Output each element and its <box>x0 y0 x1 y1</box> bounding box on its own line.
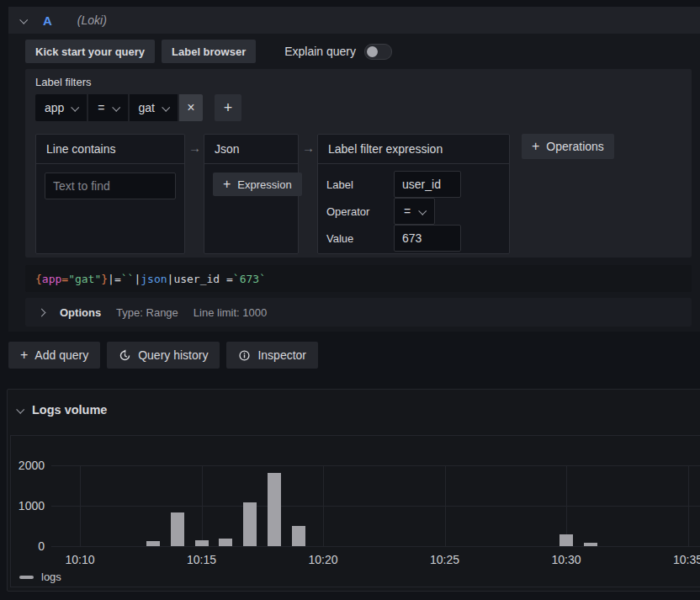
query-toolbar: Kick start your query Label browser Expl… <box>25 40 692 63</box>
x-tick-label: 10:25 <box>411 553 479 566</box>
plus-icon: + <box>532 139 539 154</box>
grid-line-v <box>445 465 446 546</box>
logs-volume-title: Logs volume <box>32 403 107 417</box>
label-browser-button[interactable]: Label browser <box>162 40 256 63</box>
code-token: | <box>167 273 174 285</box>
explain-query-toggle[interactable] <box>364 44 392 60</box>
grid-line-h <box>51 465 700 466</box>
close-icon: × <box>187 100 194 114</box>
chart-bar <box>584 543 597 546</box>
legend-series-label: logs <box>41 571 61 583</box>
kick-start-query-button[interactable]: Kick start your query <box>25 40 155 63</box>
query-history-button[interactable]: Query history <box>107 342 220 369</box>
add-operations-button[interactable]: + Operations <box>522 134 614 159</box>
code-token: "gat" <box>68 273 101 285</box>
x-tick-label: 10:15 <box>168 553 236 566</box>
x-tick-label: 10:30 <box>533 553 600 566</box>
filter-label-select[interactable]: app <box>35 94 87 121</box>
chart-bar <box>195 540 209 546</box>
y-tick-label: 1000 <box>11 499 45 512</box>
history-icon <box>119 349 131 362</box>
logs-volume-section: Logs volume logs 01000200010:1010:1510:2… <box>7 389 700 592</box>
grid-line-v <box>323 465 324 546</box>
code-token: | <box>134 273 141 285</box>
query-editor-row: A (Loki) Kick start your query Label bro… <box>8 7 700 332</box>
code-token: user_id = <box>173 273 232 285</box>
operator-field-name: Operator <box>326 205 394 218</box>
options-label: Options <box>60 306 101 319</box>
plus-icon: + <box>224 99 233 116</box>
add-query-button[interactable]: + Add query <box>8 342 100 369</box>
info-icon <box>238 349 251 362</box>
operation-card-header[interactable]: Json <box>204 135 298 164</box>
query-actions: + Add query Query history Inspector <box>8 342 318 369</box>
code-token: `673` <box>233 273 266 285</box>
chart-bar <box>146 541 160 546</box>
query-builder-panel: Label filters app = gat × + Line contain… <box>25 69 692 258</box>
chart-bar <box>292 526 305 546</box>
query-code-preview[interactable]: {app="gat"} |= `` | json | user_id = `67… <box>25 265 692 292</box>
chart-bar <box>559 534 573 546</box>
chevron-down-icon <box>72 103 80 111</box>
label-field-name: Label <box>326 178 394 191</box>
code-token: { <box>35 273 42 285</box>
options-type: Type: Range <box>116 306 178 319</box>
query-options-row[interactable]: Options Type: Range Line limit: 1000 <box>25 298 692 327</box>
plus-icon: + <box>223 177 231 192</box>
operations-pipeline: Line contains → Json + Expression <box>35 134 681 254</box>
y-tick-label: 0 <box>11 539 45 553</box>
code-token: app <box>42 273 61 285</box>
label-filter-row: app = gat × + <box>35 94 681 121</box>
label-field-input[interactable] <box>394 171 461 198</box>
code-token: = <box>61 273 68 285</box>
chevron-down-icon <box>112 103 120 111</box>
operation-card-header[interactable]: Line contains <box>36 135 184 164</box>
code-token: json <box>141 273 167 285</box>
code-token: `` <box>121 273 135 285</box>
grid-line-v <box>688 465 689 546</box>
label-filters-title: Label filters <box>35 76 681 88</box>
pipeline-arrow-icon: → <box>188 141 200 155</box>
code-token: } <box>101 273 108 285</box>
x-tick-label: 10:10 <box>46 553 114 566</box>
chevron-right-icon <box>38 308 46 316</box>
chart-bar <box>268 473 281 546</box>
grid-line-v <box>80 465 81 546</box>
grid-line-h <box>51 506 700 507</box>
plus-icon: + <box>20 348 28 363</box>
operation-card-header[interactable]: Label filter expression <box>318 135 509 164</box>
operation-card-json: Json + Expression <box>204 134 299 254</box>
value-field-name: Value <box>326 232 394 245</box>
remove-filter-button[interactable]: × <box>179 94 203 121</box>
datasource-name: (Loki) <box>77 13 107 27</box>
add-expression-button[interactable]: + Expression <box>213 173 302 196</box>
logs-volume-header[interactable]: Logs volume <box>8 390 700 417</box>
value-field-input[interactable] <box>394 225 461 252</box>
collapse-logs-volume-icon <box>16 405 24 413</box>
inspector-button[interactable]: Inspector <box>226 342 318 369</box>
explain-query-label: Explain query <box>284 45 356 58</box>
chart-bar <box>171 512 184 546</box>
chart-bar <box>219 539 232 546</box>
add-filter-button[interactable]: + <box>215 94 241 121</box>
legend-series-swatch <box>19 576 34 579</box>
operator-select[interactable]: = <box>394 198 435 225</box>
filter-operator-select[interactable]: = <box>88 94 127 121</box>
grid-line-v <box>202 465 203 546</box>
options-line-limit: Line limit: 1000 <box>194 306 267 319</box>
grid-line-h <box>51 546 700 547</box>
chart-legend[interactable]: logs <box>19 571 61 583</box>
query-ref-id[interactable]: A <box>43 13 52 28</box>
code-token: |= <box>108 273 121 285</box>
logs-volume-chart[interactable]: logs 01000200010:1010:1510:2010:2510:301… <box>10 435 700 587</box>
operation-card-line-contains: Line contains <box>35 134 185 254</box>
filter-value-select[interactable]: gat <box>130 94 178 121</box>
x-tick-label: 10:20 <box>289 553 357 566</box>
y-tick-label: 2000 <box>11 459 45 472</box>
toggle-knob <box>367 46 378 57</box>
pipeline-arrow-icon: → <box>302 141 314 155</box>
query-header: A (Loki) <box>8 7 700 34</box>
collapse-query-icon[interactable] <box>19 15 28 24</box>
chevron-down-icon <box>162 103 170 111</box>
line-contains-input[interactable] <box>45 173 176 199</box>
